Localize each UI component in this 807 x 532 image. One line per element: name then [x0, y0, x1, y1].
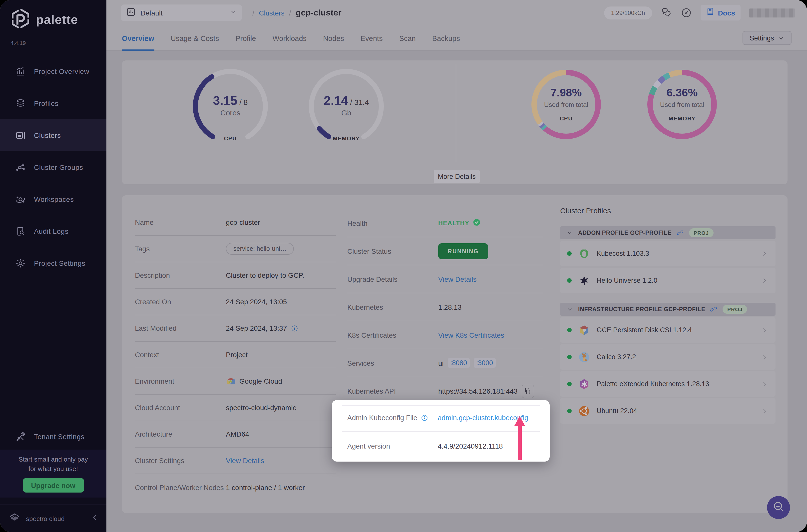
sidebar-item-label: Tenant Settings [34, 433, 85, 441]
copy-icon[interactable] [522, 384, 534, 398]
view-details-link[interactable]: View Details [226, 457, 264, 464]
tab-overview[interactable]: Overview [122, 25, 154, 51]
more-details-button[interactable]: More Details [434, 170, 480, 183]
search-fab[interactable] [767, 496, 790, 519]
pxk-logo-icon [578, 378, 590, 390]
donut-value: 6.36%Used from totalMEMORY [642, 87, 722, 121]
tab-profile[interactable]: Profile [236, 25, 256, 51]
section-gap [560, 295, 775, 303]
detail-label: Cloud Account [135, 404, 226, 412]
scope-badge: PROJ [689, 228, 713, 237]
cluster-profiles-list: ADDON PROFILE GCP-PROFILEPROJKubecost 1.… [560, 226, 775, 425]
settings-button[interactable]: Settings [743, 31, 791, 45]
tab-backups[interactable]: Backups [432, 25, 460, 51]
service-port-link[interactable]: :3000 [473, 358, 495, 368]
sidebar-item-project-overview[interactable]: Project Overview [0, 55, 107, 88]
pack-row-hello-universe[interactable]: Hello Universe 1.2.0 [560, 268, 775, 293]
chevron-right-icon [761, 353, 769, 361]
detail-value: spectro-cloud-dynamic [226, 404, 296, 412]
project-selector-dropdown[interactable]: Default [121, 4, 242, 21]
detail-value: HEALTHY [438, 218, 481, 228]
pack-name: Kubecost 1.103.3 [597, 250, 754, 257]
credits-badge[interactable]: 1.29/100kCh [604, 6, 652, 19]
layers-icon [15, 98, 26, 109]
tab-events[interactable]: Events [360, 25, 383, 51]
detail-label: Context [135, 351, 226, 359]
detail-label: Upgrade Details [347, 275, 438, 283]
cluster-details-card: Namegcp-clusterTagsservice: hello-uni…De… [122, 195, 788, 513]
profile-section-header[interactable]: INFRASTRUCTURE PROFILE GCP-PROFILEPROJ [560, 303, 775, 316]
network-icon [15, 162, 26, 173]
detail-row: Tagsservice: hello-uni… [135, 236, 336, 262]
detail-row: DescriptionCluster to deploy to GCP. [135, 262, 336, 289]
sidebar-item-tenant-settings[interactable]: Tenant Settings [0, 421, 107, 453]
view-details-link[interactable]: View K8s Certificates [438, 331, 504, 339]
sidebar-item-audit-logs[interactable]: Audit Logs [0, 215, 107, 247]
sidebar-item-workspaces[interactable]: Workspaces [0, 183, 107, 215]
pack-row-kubecost[interactable]: Kubecost 1.103.3 [560, 241, 775, 266]
user-menu-redacted[interactable] [749, 8, 795, 17]
gauge-memory: 2.14 / 31.4GbMEMORY [306, 64, 386, 144]
sidebar-item-label: Workspaces [34, 195, 74, 203]
tab-nodes[interactable]: Nodes [323, 25, 344, 51]
sidebar-item-project-settings[interactable]: Project Settings [0, 247, 107, 279]
detail-row: Control Plane/Worker Nodes1 control-plan… [135, 474, 336, 500]
detail-value: View Details [438, 275, 477, 283]
sidebar-item-label: Profiles [34, 99, 58, 108]
collapse-sidebar-icon[interactable] [91, 514, 98, 523]
pack-row-calico[interactable]: Calico 3.27.2 [560, 344, 775, 370]
donut-memory: 6.36%Used from totalMEMORY [642, 64, 722, 144]
check-circle-icon [473, 218, 481, 228]
detail-value: 24 Sep 2024, 13:37 [226, 324, 298, 332]
sidebar-item-label: Audit Logs [34, 227, 69, 235]
link-icon [710, 305, 718, 313]
search-smile-icon [772, 500, 785, 515]
tab-usage-costs[interactable]: Usage & Costs [171, 25, 219, 51]
service-port-link[interactable]: :8080 [448, 358, 470, 368]
gauge-cpu: 3.15 / 8CoresCPU [190, 64, 270, 144]
pack-row-ubuntu[interactable]: Ubuntu 22.04 [560, 398, 775, 424]
donut-cpu: 7.98%Used from totalCPU [526, 64, 606, 144]
gauge-title: CPU [190, 135, 270, 141]
pack-name: Hello Universe 1.2.0 [597, 277, 754, 284]
chat-icon[interactable] [661, 7, 672, 18]
breadcrumb-link-clusters[interactable]: Clusters [259, 9, 285, 17]
upgrade-now-button[interactable]: Upgrade now [23, 478, 84, 493]
compass-icon[interactable] [680, 7, 692, 18]
profile-section-header[interactable]: ADDON PROFILE GCP-PROFILEPROJ [560, 226, 775, 239]
detail-row: Namegcp-cluster [135, 209, 336, 236]
docs-button[interactable]: Docs [700, 5, 740, 20]
project-selector-value: Default [140, 9, 225, 17]
docs-label: Docs [718, 9, 735, 17]
sidebar-footer: spectro cloud [0, 505, 107, 532]
card-divider [456, 64, 456, 162]
detail-row: Cluster SettingsView Details [135, 448, 336, 474]
view-details-link[interactable]: View Details [438, 275, 477, 283]
donut-value: 7.98%Used from totalCPU [526, 87, 606, 121]
pack-row-pxk[interactable]: Palette eXtended Kubernetes 1.28.13 [560, 371, 775, 397]
tab-scan[interactable]: Scan [399, 25, 416, 51]
upgrade-text-line1: Start small and only pay [0, 455, 107, 464]
profile-section-name: ADDON PROFILE GCP-PROFILE [578, 230, 672, 236]
detail-label: Tags [135, 245, 226, 253]
pack-row-gce[interactable]: GCE Persistent Disk CSI 1.12.4 [560, 317, 775, 343]
detail-value: View K8s Certificates [438, 331, 504, 339]
sidebar-item-clusters[interactable]: Clusters [0, 119, 107, 151]
tools-icon [15, 431, 26, 442]
sidebar-item-label: Project Settings [34, 259, 86, 267]
tab-workloads[interactable]: Workloads [273, 25, 306, 51]
chevron-right-icon [761, 249, 769, 258]
status-dot [567, 408, 571, 413]
app-window: palette 4.4.19 Project OverviewProfilesC… [0, 0, 807, 532]
chevron-down-icon [566, 229, 573, 236]
detail-row: Cluster StatusRUNNING [347, 237, 543, 265]
sidebar-item-cluster-groups[interactable]: Cluster Groups [0, 151, 107, 183]
app-version: 4.4.19 [11, 40, 26, 46]
detail-label: Architecture [135, 430, 226, 438]
detail-row: Upgrade DetailsView Details [347, 265, 543, 293]
detail-label: Last Modified [135, 324, 226, 332]
detail-value: 24 Sep 2024, 13:05 [226, 298, 287, 306]
sidebar-item-profiles[interactable]: Profiles [0, 88, 107, 119]
logo: palette [10, 8, 78, 31]
detail-row: ArchitectureAMD64 [135, 421, 336, 448]
